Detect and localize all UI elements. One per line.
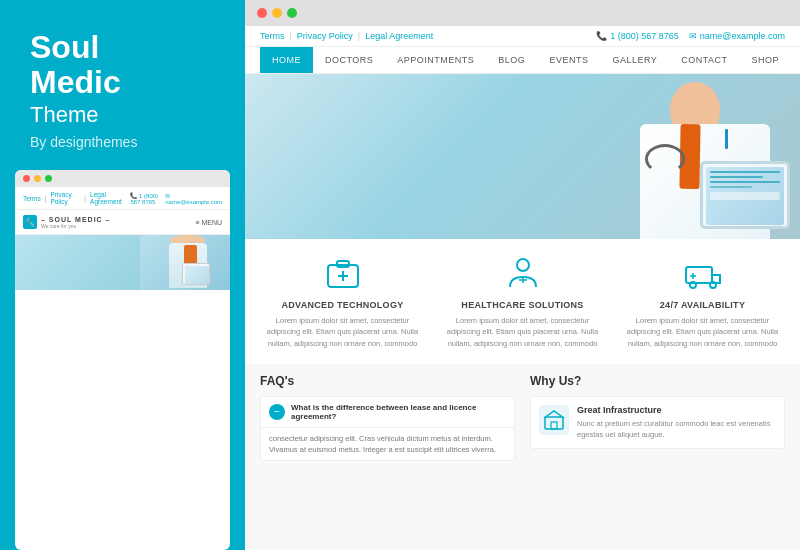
mini-wrench-icon: 🔧 [23,215,37,229]
feature-1-text: Lorem ipsum dolor sit amet, consectetur … [260,315,425,349]
contact-email: ✉ name@example.com [689,31,785,41]
nav-blog[interactable]: BLOG [486,47,537,73]
nav-shop[interactable]: SHOP [740,47,792,73]
title-soul: Soul [30,29,99,65]
left-header: Soul Medic Theme By designthemes [0,0,245,170]
why-item: Great Infrastructure Nunc at pretium est… [530,396,785,450]
contact-phone: 📞 1 (800) 567 8765 [596,31,679,41]
svg-point-8 [690,282,696,288]
website-content: Terms | Privacy Policy | Legal Agreement… [245,26,800,550]
tablet-screen [706,167,784,225]
healthcare-icon-wrap [503,254,543,294]
mini-logo-sub: We care for you [41,223,111,229]
dot-green [287,8,297,18]
mini-browser-inner: Terms | Privacy Policy | Legal Agreement… [15,187,230,447]
topbar-contact: 📞 1 (800) 567 8765 ✉ name@example.com [596,31,785,41]
topbar-links: Terms | Privacy Policy | Legal Agreement [260,31,433,41]
why-section: Why Us? Great Infrastructure Nunc at pre… [530,374,785,540]
faq-title: FAQ's [260,374,515,388]
left-panel: Soul Medic Theme By designthemes Terms |… [0,0,245,550]
mini-nav-privacy[interactable]: Privacy Policy [50,191,80,205]
svg-rect-12 [545,417,563,429]
nav-events[interactable]: EVENTS [537,47,600,73]
advanced-tech-icon-wrap [323,254,363,294]
mini-menu[interactable]: ≡ MENU [195,219,222,226]
product-title: Soul Medic [30,30,215,100]
ambulance-icon [684,255,722,293]
svg-point-4 [517,259,529,271]
faq-item: − What is the difference between lease a… [260,396,515,462]
why-item-text: Nunc at pretium est curabitur commodo le… [577,418,776,441]
availability-icon-wrap [683,254,723,294]
email-address: name@example.com [700,31,785,41]
nav-doctors[interactable]: DOCTORS [313,47,385,73]
site-topbar: Terms | Privacy Policy | Legal Agreement… [245,26,800,47]
mini-wrench-btn[interactable]: 🔧 – SOUL MEDIC – We care for you [23,215,111,229]
mini-email: ✉ name@example.com [165,192,222,205]
mini-dot-yellow [34,175,41,182]
dot-red [257,8,267,18]
mini-nav-legal[interactable]: Legal Agreement [90,191,126,205]
site-features: ADVANCED TECHNOLOGY Lorem ipsum dolor si… [245,239,800,364]
nav-gallery[interactable]: GALLERY [600,47,669,73]
mini-phone: 📞 1 (800) 567 8765 [130,192,159,205]
feature-2-title: HEALTHCARE SOLUTIONS [440,300,605,310]
stethoscope [645,144,685,174]
feature-3-text: Lorem ipsum dolor sit amet, consectetur … [620,315,785,349]
product-by: By designthemes [30,134,215,150]
why-title: Why Us? [530,374,785,388]
faq-minus-icon: − [269,404,285,420]
nav-home[interactable]: HOME [260,47,313,73]
title-medic: Medic [30,64,121,100]
phone-icon: 📞 [596,31,607,41]
healthcare-icon [504,255,542,293]
feature-2-text: Lorem ipsum dolor sit amet, consectetur … [440,315,605,349]
site-mainnav: HOME DOCTORS APPOINTMENTS BLOG EVENTS GA… [245,47,800,74]
product-subtitle: Theme [30,102,215,128]
feature-advanced-tech: ADVANCED TECHNOLOGY Lorem ipsum dolor si… [260,254,425,349]
feature-1-title: ADVANCED TECHNOLOGY [260,300,425,310]
medical-bag-icon [324,255,362,293]
mini-contact: 📞 1 (800) 567 8765 ✉ name@example.com [130,192,222,205]
why-content: Great Infrastructure Nunc at pretium est… [577,405,776,441]
mini-browser: Terms | Privacy Policy | Legal Agreement… [15,170,230,550]
site-bottom: FAQ's − What is the difference between l… [245,364,800,550]
mini-dot-red [23,175,30,182]
tablet [700,161,790,229]
topbar-terms[interactable]: Terms [260,31,285,41]
mini-doctor [145,235,215,290]
infrastructure-icon [543,409,565,431]
feature-healthcare: HEALTHCARE SOLUTIONS Lorem ipsum dolor s… [440,254,605,349]
mini-browser-bar [15,170,230,187]
faq-question: What is the difference between lease and… [291,403,506,421]
mini-dot-green [45,175,52,182]
mini-nav-terms[interactable]: Terms [23,195,41,202]
faq-question-bar[interactable]: − What is the difference between lease a… [261,397,514,427]
dot-yellow [272,8,282,18]
doctor-figure [580,74,800,239]
svg-rect-13 [551,422,557,429]
topbar-legal[interactable]: Legal Agreement [365,31,433,41]
phone-number: 1 (800) 567 8765 [610,31,679,41]
faq-answer: consectetur adipiscing elit. Cras vehicu… [261,427,514,461]
svg-rect-7 [686,267,712,283]
mini-logo: – SOUL MEDIC – [41,216,111,223]
mini-nav-bar: Terms | Privacy Policy | Legal Agreement… [15,187,230,210]
mini-hero [15,235,230,290]
pen [725,129,728,149]
svg-point-9 [710,282,716,288]
browser-bar [245,0,800,26]
site-hero [245,74,800,239]
mini-logo-area: 🔧 – SOUL MEDIC – We care for you ≡ MENU [15,210,230,235]
hero-doctor [550,74,800,239]
topbar-privacy[interactable]: Privacy Policy [297,31,353,41]
why-icon-wrap [539,405,569,435]
why-item-title: Great Infrastructure [577,405,776,415]
email-icon: ✉ [689,31,697,41]
faq-section: FAQ's − What is the difference between l… [260,374,515,540]
right-panel: Terms | Privacy Policy | Legal Agreement… [245,0,800,550]
nav-contact[interactable]: CONTACT [669,47,739,73]
feature-availability: 24/7 AVAILABILITY Lorem ipsum dolor sit … [620,254,785,349]
feature-3-title: 24/7 AVAILABILITY [620,300,785,310]
nav-appointments[interactable]: APPOINTMENTS [385,47,486,73]
